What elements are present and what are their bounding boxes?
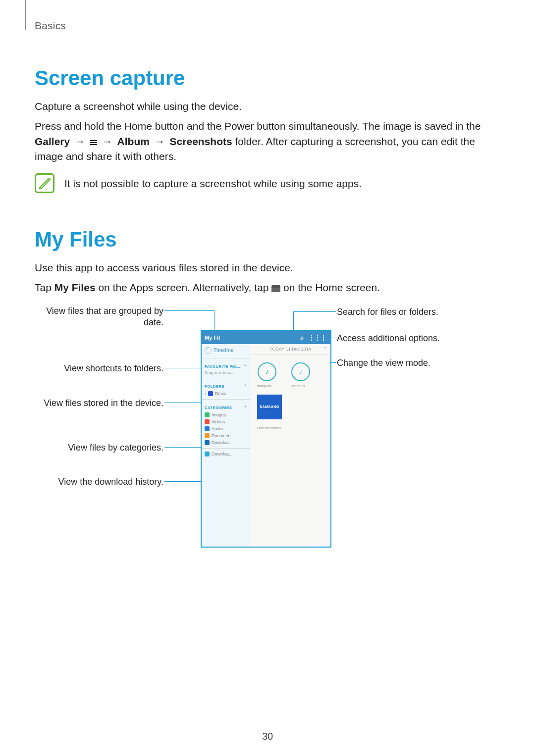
heading-my-files: My Files xyxy=(35,228,500,252)
clock-icon xyxy=(205,347,212,354)
note-row: It is not possible to capture a screensh… xyxy=(35,173,500,193)
app-title: My Fil xyxy=(205,335,295,341)
leader-line xyxy=(293,311,336,312)
folders-heading[interactable]: FOLDERS˄ xyxy=(202,380,250,390)
chevron-up-icon: ˄ xyxy=(244,405,247,410)
app-screenshot: My Fil ⌕ ⋮⋮⋮ ⋮ Timeline FAVOURITE FOL...… xyxy=(201,330,331,548)
folder-icon xyxy=(271,285,280,292)
sc-screenshots: Screenshots xyxy=(170,136,232,147)
mf-paragraph-1: Use this app to access various files sto… xyxy=(35,260,500,275)
chevron-up-icon: ˄ xyxy=(244,384,247,389)
samsung-thumb[interactable]: SAMSUNG xyxy=(257,395,282,419)
mf-app-name: My Files xyxy=(54,282,96,293)
section-header: Basics xyxy=(35,20,500,32)
callout-shortcuts: View shortcuts to folders. xyxy=(64,363,163,374)
leader-line xyxy=(164,310,214,311)
menu-icon xyxy=(90,139,97,146)
page-number: 30 xyxy=(0,731,535,742)
diagram: View files that are grouped by date. Vie… xyxy=(35,305,500,563)
sc-paragraph-2: Press and hold the Home button and the P… xyxy=(35,119,500,164)
cat-audio[interactable]: Audio xyxy=(202,425,250,432)
leader-line xyxy=(164,447,201,448)
cat-download-2[interactable]: Downloa... xyxy=(202,451,250,457)
sc-paragraph-1: Capture a screenshot while using the dev… xyxy=(35,99,500,114)
cat-videos[interactable]: Videos xyxy=(202,418,250,425)
mf-p2-a: Tap xyxy=(35,282,54,293)
callout-stored: View files stored in the device. xyxy=(44,398,163,409)
arrow-icon: → xyxy=(100,134,114,149)
search-icon[interactable]: ⌕ xyxy=(298,334,306,341)
file-thumb-1[interactable]: ♪ hangouts_inco... xyxy=(257,362,277,388)
mf-paragraph-2: Tap My Files on the Apps screen. Alterna… xyxy=(35,280,500,295)
grid-icon[interactable]: ⋮⋮⋮ xyxy=(309,334,317,341)
fav-heading[interactable]: FAVOURITE FOL...˄ xyxy=(202,360,250,370)
timeline-label: Timeline xyxy=(214,348,233,353)
note-text: It is not possible to capture a screensh… xyxy=(64,173,362,191)
note-icon xyxy=(35,173,54,193)
app-sidebar: Timeline FAVOURITE FOL...˄ Drag and drop… xyxy=(202,344,250,547)
sc-gallery: Gallery xyxy=(35,136,70,147)
categories-heading[interactable]: CATEGORIES˄ xyxy=(202,402,250,411)
callout-viewmode: Change the view mode. xyxy=(337,357,430,369)
app-header: My Fil ⌕ ⋮⋮⋮ ⋮ xyxy=(202,331,330,344)
chevron-up-icon: ˄ xyxy=(324,347,326,352)
leader-line xyxy=(164,368,201,368)
chevron-up-icon: ˄ xyxy=(244,364,247,369)
arrow-icon: → xyxy=(73,134,87,149)
sidebar-timeline[interactable]: Timeline xyxy=(205,347,247,354)
leader-line xyxy=(164,481,201,482)
arrow-icon: → xyxy=(153,134,167,149)
cat-download-1[interactable]: Downloa... xyxy=(202,439,250,446)
more-icon[interactable]: ⋮ xyxy=(320,334,327,341)
music-icon: ♪ xyxy=(291,362,310,381)
callout-timeline: View files that are grouped by date. xyxy=(35,305,163,329)
sc-album: Album xyxy=(117,136,150,147)
cat-images[interactable]: Images xyxy=(202,411,250,418)
callout-download: View the download history. xyxy=(58,476,163,488)
sc-p2-a: Press and hold the Home button and the P… xyxy=(35,120,481,132)
device-item[interactable]: ›Devic... xyxy=(202,390,250,397)
app-content: TODAY 11 Dec 2014 ˄ ♪ hangouts_inco... ♪… xyxy=(250,344,330,547)
callout-search: Search for files or folders. xyxy=(337,306,438,318)
mf-p2-b: on the Apps screen. Alternatively, tap xyxy=(96,282,272,293)
fav-sub: Drag and drop... xyxy=(202,370,250,376)
margin-rule xyxy=(25,0,26,30)
callout-categories: View files by categories. xyxy=(68,442,163,454)
mf-p2-c: on the Home screen. xyxy=(280,282,380,293)
heading-screen-capture: Screen capture xyxy=(35,66,500,90)
file-thumb-2[interactable]: ♪ hangouts_mes... xyxy=(291,362,311,388)
music-icon: ♪ xyxy=(258,362,276,381)
callout-options: Access additional options. xyxy=(337,333,440,344)
leader-line xyxy=(164,403,201,403)
cat-documents[interactable]: Documen... xyxy=(202,432,250,439)
date-bar[interactable]: TODAY 11 Dec 2014 ˄ xyxy=(250,344,330,354)
caption-under: Over the horizo... xyxy=(250,421,330,430)
